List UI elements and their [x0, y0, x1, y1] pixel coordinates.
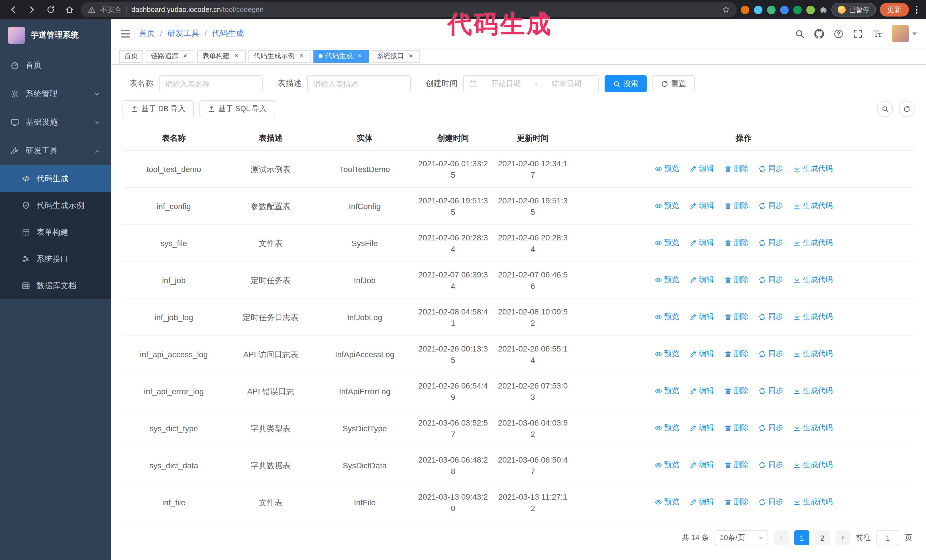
sidebar-item-infrastructure[interactable]: 基础设施	[0, 108, 111, 137]
edit-link[interactable]: 编辑	[689, 459, 714, 471]
tab-close-icon[interactable]	[181, 52, 189, 60]
refresh-table-button[interactable]	[899, 101, 915, 117]
sidebar-item-form-builder[interactable]: 表单构建	[0, 219, 111, 246]
edit-link[interactable]: 编辑	[689, 237, 714, 249]
sync-link[interactable]: 同步	[759, 459, 783, 471]
import-db-button[interactable]: 基于 DB 导入	[123, 100, 194, 117]
tab-close-icon[interactable]	[298, 52, 306, 60]
edit-link[interactable]: 编辑	[689, 274, 714, 286]
edit-link[interactable]: 编辑	[689, 200, 714, 211]
extension-icon[interactable]	[741, 5, 749, 14]
sidebar-toggle-button[interactable]	[120, 28, 131, 39]
extension-icon[interactable]	[793, 5, 802, 14]
sidebar-item-db-doc[interactable]: 数据库文档	[0, 272, 111, 299]
delete-link[interactable]: 删除	[724, 237, 749, 249]
delete-link[interactable]: 删除	[724, 349, 749, 360]
sync-link[interactable]: 同步	[759, 200, 783, 211]
sync-link[interactable]: 同步	[759, 163, 783, 175]
tab-close-icon[interactable]	[233, 52, 241, 60]
preview-link[interactable]: 预览	[654, 200, 679, 211]
delete-link[interactable]: 删除	[724, 274, 749, 286]
generate-code-link[interactable]: 生成代码	[793, 311, 833, 323]
table-name-input[interactable]	[159, 75, 263, 92]
prev-page-button[interactable]	[774, 530, 789, 545]
delete-link[interactable]: 删除	[724, 423, 749, 434]
tab-home[interactable]: 首页	[119, 50, 143, 62]
extension-icon[interactable]	[780, 5, 789, 14]
preview-link[interactable]: 预览	[654, 349, 679, 360]
sidebar-item-codegen-example[interactable]: 代码生成示例	[0, 192, 111, 219]
extension-icon[interactable]	[767, 5, 776, 14]
generate-code-link[interactable]: 生成代码	[793, 200, 833, 211]
sidebar-item-home[interactable]: 首页	[0, 51, 111, 80]
extension-icon[interactable]	[806, 5, 815, 14]
tab-tracing[interactable]: 链路追踪	[146, 50, 194, 62]
tab-codegen[interactable]: 代码生成	[313, 50, 369, 62]
sync-link[interactable]: 同步	[759, 423, 783, 434]
browser-forward-button[interactable]	[24, 2, 39, 17]
edit-link[interactable]: 编辑	[689, 163, 714, 175]
generate-code-link[interactable]: 生成代码	[793, 237, 833, 249]
import-sql-button[interactable]: 基于 SQL 导入	[200, 100, 275, 117]
sidebar-item-system-management[interactable]: 系统管理	[0, 80, 111, 108]
delete-link[interactable]: 删除	[724, 163, 749, 175]
edit-link[interactable]: 编辑	[689, 423, 714, 434]
search-icon[interactable]	[795, 29, 805, 38]
github-icon[interactable]	[814, 29, 824, 38]
tab-close-icon[interactable]	[356, 52, 363, 60]
page-button-1[interactable]: 1	[794, 530, 809, 545]
preview-link[interactable]: 预览	[654, 237, 679, 249]
generate-code-link[interactable]: 生成代码	[793, 497, 833, 508]
edit-link[interactable]: 编辑	[689, 311, 714, 323]
tab-close-icon[interactable]	[407, 52, 415, 60]
app-logo[interactable]: 芋道管理系统	[0, 20, 111, 51]
sync-link[interactable]: 同步	[759, 237, 783, 249]
delete-link[interactable]: 删除	[724, 385, 749, 397]
bookmark-star-icon[interactable]	[722, 6, 730, 14]
browser-back-button[interactable]	[6, 2, 21, 17]
generate-code-link[interactable]: 生成代码	[793, 349, 833, 360]
edit-link[interactable]: 编辑	[689, 349, 714, 360]
breadcrumb-dev-tools[interactable]: 研发工具	[168, 29, 207, 39]
page-size-select[interactable]: 10条/页	[714, 530, 768, 545]
help-icon[interactable]	[834, 29, 843, 38]
generate-code-link[interactable]: 生成代码	[793, 423, 833, 434]
preview-link[interactable]: 预览	[654, 311, 679, 323]
fullscreen-icon[interactable]	[853, 29, 863, 38]
browser-home-button[interactable]	[62, 2, 77, 17]
delete-link[interactable]: 删除	[724, 497, 749, 508]
tab-codegen-example[interactable]: 代码生成示例	[248, 50, 310, 62]
preview-link[interactable]: 预览	[654, 497, 679, 508]
edit-link[interactable]: 编辑	[689, 497, 714, 508]
generate-code-link[interactable]: 生成代码	[793, 459, 833, 471]
generate-code-link[interactable]: 生成代码	[793, 274, 833, 286]
preview-link[interactable]: 预览	[654, 385, 679, 397]
delete-link[interactable]: 删除	[724, 311, 749, 323]
address-bar[interactable]: 不安全 dashboard.yudao.iocoder.cn/tool/code…	[81, 2, 737, 17]
goto-page-input[interactable]	[876, 530, 899, 545]
generate-code-link[interactable]: 生成代码	[793, 163, 833, 175]
browser-reload-button[interactable]	[43, 2, 58, 17]
extension-icon[interactable]	[754, 5, 763, 14]
sync-link[interactable]: 同步	[759, 349, 783, 360]
preview-link[interactable]: 预览	[654, 423, 679, 434]
preview-link[interactable]: 预览	[654, 459, 679, 471]
chrome-menu-icon[interactable]	[913, 6, 920, 14]
date-range-picker[interactable]: 开始日期 - 结束日期	[463, 75, 599, 92]
extensions-puzzle-icon[interactable]	[819, 6, 828, 14]
chrome-update-button[interactable]: 更新	[880, 3, 909, 17]
preview-link[interactable]: 预览	[654, 274, 679, 286]
delete-link[interactable]: 删除	[724, 459, 749, 471]
search-button[interactable]: 搜索	[605, 75, 647, 92]
delete-link[interactable]: 删除	[724, 200, 749, 211]
preview-link[interactable]: 预览	[654, 163, 679, 175]
user-menu[interactable]	[892, 25, 917, 42]
next-page-button[interactable]	[835, 530, 850, 545]
reset-button[interactable]: 重置	[652, 75, 694, 92]
sync-link[interactable]: 同步	[759, 385, 783, 397]
page-button-2[interactable]: 2	[815, 530, 830, 545]
sidebar-item-system-api[interactable]: 系统接口	[0, 246, 111, 272]
tab-system-api[interactable]: 系统接口	[372, 50, 420, 62]
sync-link[interactable]: 同步	[759, 311, 783, 323]
sync-link[interactable]: 同步	[759, 274, 783, 286]
